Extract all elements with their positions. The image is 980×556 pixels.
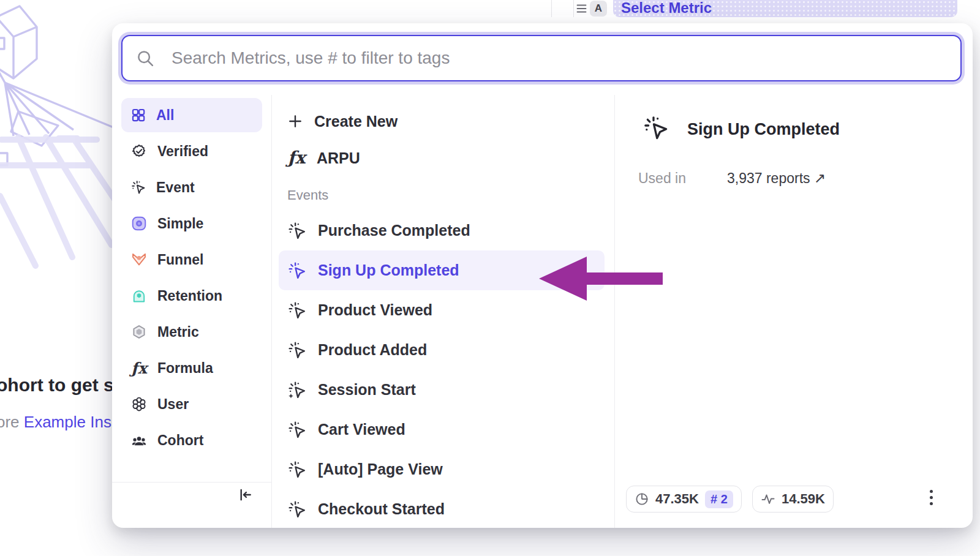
select-metric-label[interactable]: Select Metric [621, 0, 712, 17]
sidebar-item-label: Simple [157, 216, 203, 232]
formula-fx-icon: ƒx [287, 149, 306, 167]
event-item-product-viewed[interactable]: Product Viewed [279, 290, 605, 330]
stat-events-badge[interactable]: 14.59K [752, 486, 834, 513]
search-input[interactable] [170, 48, 960, 69]
sidebar-item-label: All [156, 107, 174, 124]
retention-icon [131, 288, 147, 304]
event-label: Session Start [318, 381, 416, 399]
event-item-cart-viewed[interactable]: Cart Viewed [279, 410, 605, 449]
used-in-label: Used in [638, 170, 686, 187]
collapse-sidebar-button[interactable] [236, 486, 254, 504]
sidebar-item-cohort[interactable]: Cohort [121, 423, 262, 457]
sidebar-item-retention[interactable]: Retention [121, 279, 262, 313]
metric-picker-screen: ohort to get s ore Example Ins A Select … [0, 0, 980, 556]
event-label: Product Viewed [318, 301, 432, 319]
search-box[interactable] [121, 35, 962, 81]
event-item-session-start[interactable]: Session Start [279, 370, 605, 410]
event-label: Sign Up Completed [318, 261, 459, 279]
decorative-wireframe-illustration [0, 0, 116, 269]
sidebar-item-label: Formula [157, 360, 213, 377]
kebab-icon [930, 502, 933, 505]
pie-chart-icon [635, 492, 649, 506]
sidebar-item-formula[interactable]: ƒx Formula [121, 351, 262, 385]
search-icon [136, 49, 154, 67]
stat-total-badge[interactable]: 47.35K # 2 [626, 486, 742, 513]
user-flower-icon [131, 396, 147, 412]
event-cursor-star-icon [288, 381, 306, 399]
query-builder-divider [551, 0, 552, 17]
sidebar-item-label: Retention [157, 288, 222, 304]
activity-pulse-icon [761, 492, 775, 506]
events-section-label: Events [287, 187, 328, 203]
event-item-auto-page-view[interactable]: [Auto] Page View [279, 449, 605, 489]
drag-handle-icon[interactable] [576, 4, 587, 13]
kebab-icon [930, 496, 933, 499]
verified-seal-icon [131, 143, 147, 159]
event-label: Product Added [318, 341, 427, 359]
event-label: Purchase Completed [318, 222, 470, 239]
sidebar-item-simple[interactable]: Simple [121, 206, 262, 241]
arpu-item[interactable]: ƒx ARPU [279, 143, 614, 173]
collapse-left-icon [237, 487, 253, 503]
event-item-sign-up-completed[interactable]: Sign Up Completed [279, 250, 605, 290]
event-cursor-icon [288, 222, 306, 240]
sidebar-item-metric[interactable]: Metric [121, 315, 262, 349]
event-list: Purchase Completed Sign Up Completed Pro… [279, 211, 614, 528]
event-label: [Auto] Page View [318, 460, 443, 478]
cutoff-subtext: ore Example Ins [0, 413, 111, 432]
kebab-menu-button[interactable] [922, 487, 940, 508]
metric-hexagon-icon [131, 324, 147, 340]
sidebar-divider [271, 95, 272, 528]
stat-events-value: 14.59K [782, 491, 825, 507]
sidebar-footer-divider [112, 482, 271, 483]
event-cursor-icon [288, 460, 306, 479]
event-cursor-icon [131, 180, 146, 195]
event-cursor-icon [288, 341, 306, 359]
detail-title: Sign Up Completed [687, 120, 840, 139]
event-item-checkout-started[interactable]: Checkout Started [279, 489, 605, 528]
query-builder-divider [573, 0, 574, 17]
simple-board-icon [131, 216, 147, 231]
sidebar-item-event[interactable]: Event [121, 170, 262, 205]
sidebar-item-user[interactable]: User [121, 387, 262, 421]
event-item-purchase-completed[interactable]: Purchase Completed [279, 211, 605, 250]
event-cursor-icon [288, 261, 306, 280]
event-cursor-icon [288, 301, 306, 320]
category-sidebar: All Verified Event [121, 98, 262, 459]
event-cursor-icon [288, 500, 306, 519]
sidebar-item-label: Cohort [157, 432, 203, 449]
event-cursor-icon [288, 421, 306, 439]
step-badge-a: A [590, 1, 607, 17]
stat-total-value: 47.35K [655, 491, 699, 507]
used-in-reports-link[interactable]: 3,937 reports ↗ [727, 170, 826, 187]
event-item-product-added[interactable]: Product Added [279, 330, 605, 370]
create-new-item[interactable]: Create New [279, 107, 614, 136]
kebab-icon [930, 490, 933, 493]
event-label: Cart Viewed [318, 421, 405, 438]
plus-icon [287, 113, 303, 129]
cutoff-heading: ohort to get s [0, 375, 114, 396]
stat-rank-badge: # 2 [705, 490, 733, 508]
detail-divider [614, 95, 615, 528]
sidebar-item-funnel[interactable]: Funnel [121, 242, 262, 277]
create-new-label: Create New [314, 113, 398, 130]
funnel-icon [131, 252, 147, 268]
sidebar-item-label: Metric [157, 324, 199, 340]
formula-fx-icon: ƒx [131, 361, 147, 376]
example-insights-link[interactable]: Example Ins [24, 413, 111, 431]
cohort-people-icon [131, 432, 147, 448]
sidebar-item-label: Funnel [157, 252, 203, 268]
sidebar-item-verified[interactable]: Verified [121, 134, 262, 168]
sidebar-item-label: User [157, 396, 189, 413]
metric-picker-modal: All Verified Event [112, 23, 973, 528]
sidebar-item-label: Event [156, 179, 195, 196]
cutoff-subtext-prefix: ore [0, 413, 24, 431]
event-label: Checkout Started [318, 500, 445, 518]
grid-icon [131, 108, 146, 122]
sidebar-item-all[interactable]: All [121, 98, 262, 132]
sidebar-item-label: Verified [157, 143, 208, 160]
detail-event-icon [643, 115, 669, 141]
arpu-label: ARPU [317, 149, 360, 167]
